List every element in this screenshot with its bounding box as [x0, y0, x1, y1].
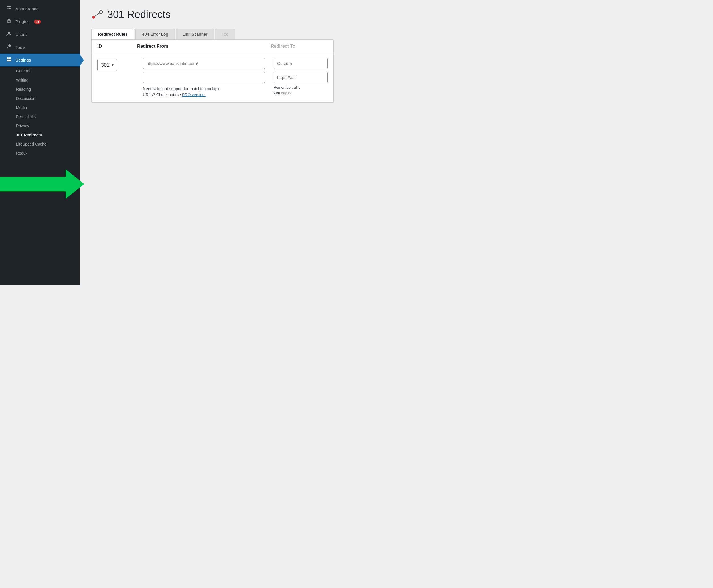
sidebar-item-users[interactable]: Users [0, 28, 80, 41]
sidebar-item-label: Users [15, 32, 26, 37]
tab-404-error-log[interactable]: 404 Error Log [135, 28, 175, 39]
redirect-from-cell: Need wildcard support for matching multi… [137, 58, 271, 98]
sidebar-item-settings[interactable]: Settings [0, 54, 80, 66]
redirect-type-input[interactable] [274, 58, 328, 69]
tab-toc[interactable]: Toc [215, 28, 235, 39]
sidebar-item-label: Settings [15, 58, 31, 62]
tools-icon [6, 44, 12, 51]
page-title: 301 Redirects [107, 8, 171, 21]
plugins-badge: 11 [34, 20, 41, 24]
sidebar-item-plugins[interactable]: Plugins 11 [0, 15, 80, 28]
redirect-to-cell: Remember: all c with https:/ [271, 58, 328, 96]
svg-rect-6 [7, 60, 8, 61]
arrow-shaft [0, 176, 66, 191]
svg-rect-0 [8, 19, 10, 20]
submenu-301redirects[interactable]: 301 Redirects [0, 130, 80, 140]
submenu-discussion[interactable]: Discussion [0, 94, 80, 103]
submenu-redux[interactable]: Redux [0, 149, 80, 158]
tab-redirect-rules[interactable]: Redirect Rules [91, 28, 134, 39]
main-content: 301 Redirects Redirect Rules 404 Error L… [80, 0, 342, 285]
table-header: ID Redirect From Redirect To [91, 40, 333, 54]
submenu-privacy[interactable]: Privacy [0, 121, 80, 130]
users-icon [6, 31, 12, 38]
settings-icon [6, 57, 12, 64]
svg-rect-5 [9, 57, 11, 59]
sidebar-item-label: Plugins [15, 19, 29, 24]
url-from-main-input[interactable] [143, 58, 265, 69]
id-dropdown[interactable]: 301 ▾ [97, 59, 117, 71]
appearance-icon [6, 5, 12, 12]
url-from-secondary-input[interactable] [143, 72, 265, 83]
svg-point-3 [8, 31, 10, 34]
page-plugin-icon [91, 8, 103, 21]
submenu-litespeed[interactable]: LiteSpeed Cache [0, 140, 80, 149]
https-inline: https:/ [281, 91, 291, 95]
header-redirect-from: Redirect From [137, 44, 271, 49]
svg-rect-2 [8, 21, 10, 22]
svg-rect-4 [7, 57, 8, 59]
redirect-table: ID Redirect From Redirect To 301 ▾ Need … [91, 39, 334, 103]
table-row-form: 301 ▾ Need wildcard support for matching… [91, 54, 333, 102]
submenu-media[interactable]: Media [0, 103, 80, 112]
submenu-permalinks[interactable]: Permalinks [0, 112, 80, 121]
redirect-to-url-input[interactable] [274, 72, 328, 83]
page-header: 301 Redirects [91, 8, 334, 21]
id-value: 301 [101, 62, 109, 68]
svg-line-10 [95, 13, 100, 16]
submenu-general[interactable]: General [0, 66, 80, 76]
id-cell: 301 ▾ [97, 58, 137, 71]
plugins-icon [6, 18, 12, 25]
tabs-container: Redirect Rules 404 Error Log Link Scanne… [91, 28, 334, 39]
pro-version-link[interactable]: PRO version. [182, 92, 206, 97]
chevron-down-icon: ▾ [112, 63, 113, 67]
arrow-head [66, 169, 84, 199]
green-arrow-indicator [0, 169, 80, 192]
sidebar-item-appearance[interactable]: Appearance [0, 2, 80, 15]
svg-point-9 [100, 10, 102, 14]
settings-subitems: General Writing Reading Discussion Media… [0, 66, 80, 158]
sidebar: Appearance Plugins 11 Users Tools [0, 0, 80, 285]
svg-point-8 [92, 16, 95, 19]
sidebar-item-label: Appearance [15, 6, 39, 11]
submenu-writing[interactable]: Writing [0, 76, 80, 85]
wildcard-info: Need wildcard support for matching multi… [143, 86, 265, 98]
submenu-reading[interactable]: Reading [0, 85, 80, 94]
header-redirect-to: Redirect To [271, 44, 328, 49]
sidebar-item-label: Tools [15, 45, 25, 50]
svg-rect-7 [9, 60, 11, 61]
sidebar-item-tools[interactable]: Tools [0, 41, 80, 54]
remember-text: Remember: all c with https:/ [274, 85, 328, 96]
header-id: ID [97, 44, 137, 49]
tab-link-scanner[interactable]: Link Scanner [176, 28, 214, 39]
